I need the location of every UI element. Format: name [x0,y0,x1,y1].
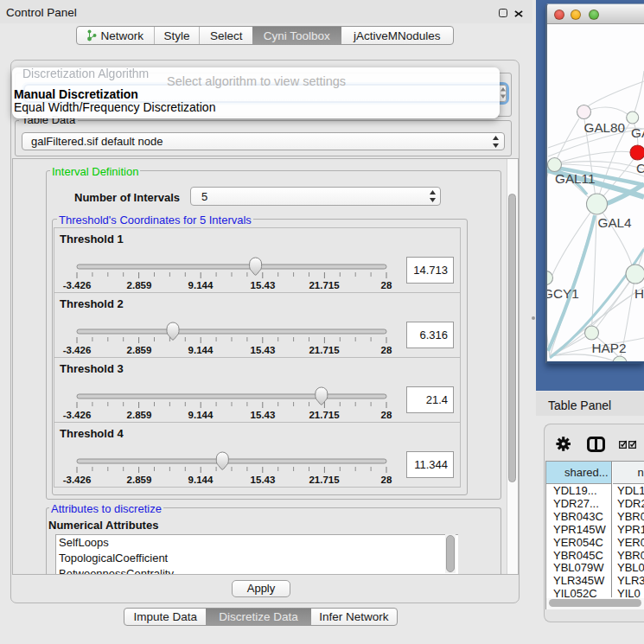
svg-text:H: H [634,286,644,301]
svg-text:GA: GA [631,125,644,140]
svg-text:GCY1: GCY1 [547,286,579,301]
svg-text:GAL11: GAL11 [555,171,596,186]
svg-text:HAP2: HAP2 [592,341,627,355]
svg-text:GAL80: GAL80 [584,120,626,135]
svg-text:GAL4: GAL4 [598,215,633,230]
svg-text:C: C [636,161,644,175]
